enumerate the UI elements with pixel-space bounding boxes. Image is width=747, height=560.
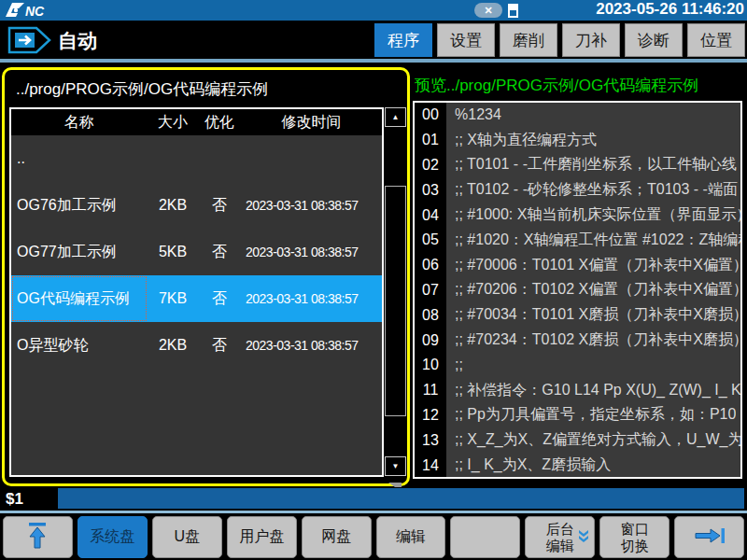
code-line: 01;; X轴为直径编程方式 bbox=[415, 128, 740, 153]
column-header-size: 大小 bbox=[148, 113, 198, 133]
softkey-edit[interactable]: 编辑 bbox=[376, 516, 446, 558]
code-text: ;; #1020：X轴编程工件位置 #1022：Z轴编程 bbox=[446, 231, 740, 250]
code-line: 00%1234 bbox=[415, 103, 740, 128]
scroll-down-button[interactable]: ▼ bbox=[385, 456, 406, 476]
code-text: ;; T0101 - -工件磨削坐标系，以工件轴心线 bbox=[446, 155, 737, 175]
current-path: ../prog/PROG示例/OG代码编程示例 bbox=[16, 78, 400, 100]
softkey-label-line: 后台 bbox=[546, 521, 574, 537]
file-row[interactable]: .. bbox=[11, 135, 382, 182]
code-line: 06;; #70006：T0101 X偏置（刀补表中X偏置） bbox=[415, 253, 740, 278]
file-optimized-cell: 否 bbox=[198, 289, 241, 309]
screen: NC ✕ 2023-05-26 11:46:20 自动 程序设置磨削刀补诊断位置… bbox=[0, 0, 747, 560]
scrollbar-thumb[interactable] bbox=[385, 186, 406, 416]
close-icon[interactable]: ✕ bbox=[474, 3, 502, 18]
tab-tool-comp[interactable]: 刀补 bbox=[562, 23, 620, 57]
softkey-usb-disk[interactable]: U盘 bbox=[152, 516, 222, 558]
code-line: 05;; #1020：X轴编程工件位置 #1022：Z轴编程 bbox=[415, 228, 740, 253]
softkey-next-menu[interactable] bbox=[674, 516, 744, 558]
tab-setup[interactable]: 设置 bbox=[437, 23, 495, 57]
code-text: ;; T0102 - -砂轮修整坐标系；T0103 - -端面 bbox=[446, 180, 738, 200]
code-preview: 00%123401;; X轴为直径编程方式02;; T0101 - -工件磨削坐… bbox=[413, 101, 742, 479]
code-text: ;; X_Z_为X、Z偏置绝对方式输入，U_W_为 bbox=[446, 430, 740, 450]
softkey-window-switch[interactable]: 窗口切换 bbox=[599, 516, 669, 558]
softkey-net-disk[interactable]: 网盘 bbox=[302, 516, 372, 558]
code-text: ;; I_ K_为X、Z磨损输入 bbox=[446, 455, 611, 475]
file-optimized-cell: 否 bbox=[198, 196, 241, 216]
file-size-cell: 5KB bbox=[148, 244, 198, 260]
preview-panel: 预览../prog/PROG示例/OG代码编程示例 00%123401;; X轴… bbox=[413, 63, 745, 487]
softkey-label: 用户盘 bbox=[239, 528, 284, 545]
datetime: 2023-05-26 11:46:20 bbox=[596, 0, 744, 19]
file-mtime-cell: 2023-03-31 08:38:57 bbox=[241, 291, 382, 306]
tab-diagnose[interactable]: 诊断 bbox=[625, 23, 683, 57]
softkey-background-edit[interactable]: 后台编辑 bbox=[525, 516, 595, 558]
line-number: 10 bbox=[415, 353, 446, 378]
file-mtime-cell: 2023-03-31 08:38:57 bbox=[241, 198, 382, 213]
tab-grinding[interactable]: 磨削 bbox=[500, 23, 557, 57]
softkey-user-disk[interactable]: 用户盘 bbox=[227, 516, 297, 558]
file-name-cell: O异型砂轮 bbox=[11, 322, 148, 369]
channel-label: $1 bbox=[6, 490, 23, 509]
code-line: 14;; I_ K_为X、Z磨损输入 bbox=[415, 453, 740, 478]
file-size-cell: 2KB bbox=[148, 197, 198, 214]
softkey-system-disk[interactable]: 系统盘 bbox=[78, 516, 148, 558]
code-text: %1234 bbox=[446, 106, 501, 123]
file-optimized-cell: 否 bbox=[198, 336, 241, 356]
code-text: ;; bbox=[446, 357, 463, 373]
line-number: 04 bbox=[415, 203, 446, 228]
file-optimized-cell: 否 bbox=[198, 243, 241, 262]
topbar-status-icons: ✕ bbox=[474, 3, 518, 18]
file-row[interactable]: OG代码编程示例7KB否2023-03-31 08:38:57 bbox=[11, 275, 382, 322]
softkey-label: 网盘 bbox=[321, 528, 351, 545]
code-text: ;; #70234：T0102 X磨损（刀补表中X磨损） bbox=[446, 330, 740, 350]
code-line: 08;; #70034：T0101 X磨损（刀补表中X磨损） bbox=[415, 302, 740, 328]
line-number: 09 bbox=[415, 328, 446, 353]
file-table-header: 名称 大小 优化 修改时间 bbox=[11, 109, 382, 135]
code-text: ;; #70206：T0102 X偏置（刀补表中X偏置） bbox=[446, 280, 740, 300]
code-text: ;; X轴为直径编程方式 bbox=[446, 131, 597, 150]
file-row[interactable]: OG76加工示例2KB否2023-03-31 08:38:57 bbox=[11, 182, 382, 229]
file-list-scrollbar: ▲ ▼ bbox=[385, 107, 406, 476]
softkey-label-line: 编辑 bbox=[546, 538, 574, 553]
file-row[interactable]: O异型砂轮2KB否2023-03-31 08:38:57 bbox=[11, 322, 382, 369]
mode-arrow-icon bbox=[7, 26, 52, 54]
file-mtime-cell: 2023-03-31 08:38:57 bbox=[241, 338, 382, 353]
code-line: 10;; bbox=[415, 353, 740, 378]
file-table: 名称 大小 优化 修改时间 ..OG76加工示例2KB否2023-03-31 0… bbox=[9, 107, 384, 477]
svg-text:NC: NC bbox=[25, 4, 45, 19]
softkey-to-top[interactable] bbox=[3, 516, 73, 558]
brand-logo: NC bbox=[5, 1, 64, 20]
arrow-right-bar-icon bbox=[693, 525, 726, 546]
top-bar: NC ✕ 2023-05-26 11:46:20 bbox=[0, 0, 747, 21]
file-name-cell: .. bbox=[11, 135, 148, 182]
tab-position[interactable]: 位置 bbox=[687, 23, 745, 57]
line-number: 02 bbox=[415, 153, 446, 178]
code-text: ;; #70034：T0101 X磨损（刀补表中X磨损） bbox=[446, 305, 740, 325]
command-input[interactable] bbox=[58, 488, 744, 509]
header-bar: 自动 程序设置磨削刀补诊断位置 bbox=[0, 21, 747, 59]
line-number: 00 bbox=[415, 103, 446, 128]
softkey-bar: 系统盘U盘用户盘网盘编辑后台编辑窗口切换 bbox=[0, 513, 747, 560]
code-text: ;; #1000: X轴当前机床实际位置（界面显示） bbox=[446, 205, 740, 225]
to-top-arrow-wrap bbox=[25, 521, 49, 553]
code-line: 02;; T0101 - -工件磨削坐标系，以工件轴心线 bbox=[415, 153, 740, 178]
code-line: 04;; #1000: X轴当前机床实际位置（界面显示） bbox=[415, 203, 740, 228]
line-number: 11 bbox=[415, 378, 446, 403]
tab-program[interactable]: 程序 bbox=[374, 23, 432, 57]
file-mtime-cell: 2023-03-31 08:38:57 bbox=[241, 245, 382, 259]
code-line: 07;; #70206：T0102 X偏置（刀补表中X偏置） bbox=[415, 278, 740, 303]
softkey-label: 系统盘 bbox=[90, 528, 134, 545]
code-line: 12;; Pp为刀具偏置号，指定坐标系，如：P10 bbox=[415, 403, 740, 428]
arrow-right-bar-wrap bbox=[693, 525, 726, 549]
line-number: 08 bbox=[415, 302, 446, 328]
softkey-label: 编辑 bbox=[396, 528, 426, 545]
code-text: ;; 补偿指令：G10 L14 Pp X(U)_ Z(W)_ I_ K_ bbox=[446, 381, 740, 400]
status-bar: $1 bbox=[0, 487, 747, 511]
to-top-arrow-icon bbox=[25, 521, 49, 551]
file-row[interactable]: OG77加工示例5KB否2023-03-31 08:38:57 bbox=[11, 229, 382, 275]
scroll-up-button[interactable]: ▲ bbox=[385, 107, 406, 127]
mode-label: 自动 bbox=[58, 28, 97, 54]
code-line: 03;; T0102 - -砂轮修整坐标系；T0103 - -端面 bbox=[415, 177, 740, 203]
softkey-blank[interactable] bbox=[450, 516, 520, 558]
code-line: 09;; #70234：T0102 X磨损（刀补表中X磨损） bbox=[415, 328, 740, 353]
